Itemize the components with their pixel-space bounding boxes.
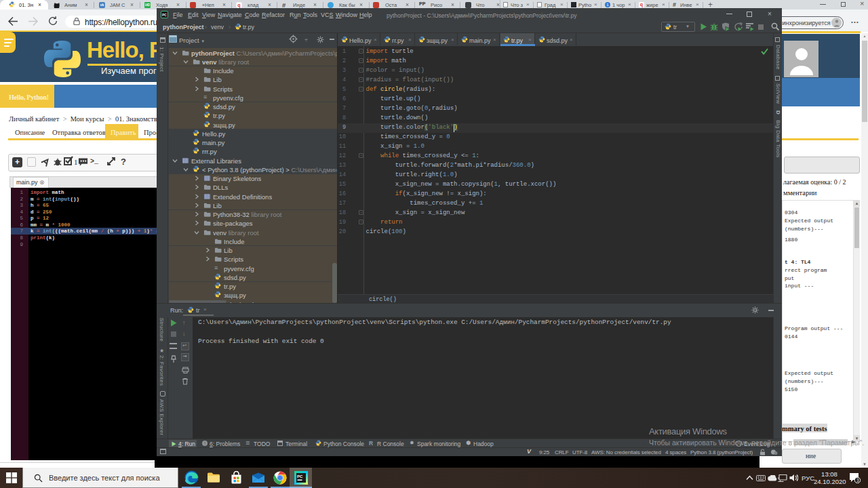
- svg-text:PC: PC: [297, 474, 303, 479]
- svg-text:3: 3: [856, 478, 859, 483]
